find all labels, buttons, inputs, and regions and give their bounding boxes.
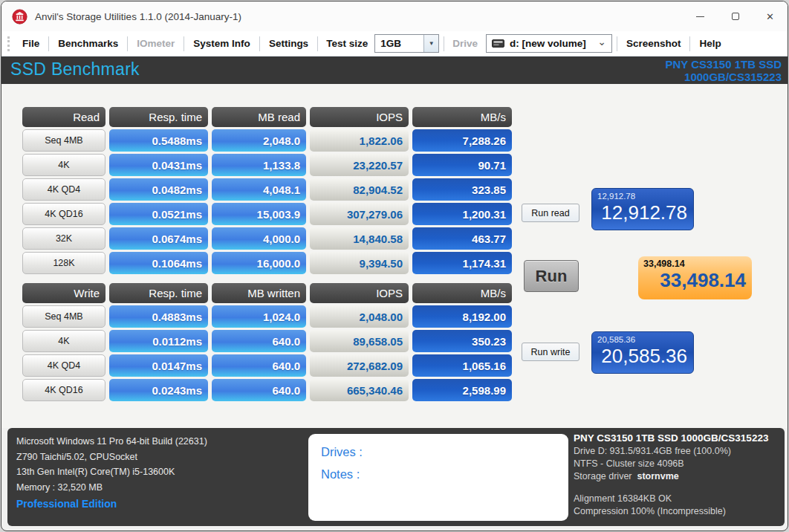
resp-time-cell: 0.0431ms xyxy=(109,154,208,176)
run-button[interactable]: Run xyxy=(524,260,579,292)
mbs-cell: 463.77 xyxy=(412,227,512,250)
menu-help[interactable]: Help xyxy=(692,38,728,49)
mbs-cell: 90.71 xyxy=(412,154,512,176)
run-write-button[interactable]: Run write xyxy=(522,343,579,361)
menu-separator xyxy=(617,36,617,51)
close-button[interactable]: ✕ xyxy=(753,1,788,31)
motherboard-info: Z790 Taichi/5.02, CPUSocket xyxy=(16,450,207,465)
table-row: 4K QD4 0.0147ms 640.0 272,682.09 1,065.1… xyxy=(22,354,512,377)
iops-header: IOPS xyxy=(310,283,409,303)
test-size-select[interactable]: 1GB ▼ xyxy=(374,34,439,53)
iops-cell: 1,822.06 xyxy=(310,129,409,152)
drive-label: Drive xyxy=(446,38,484,49)
menu-file[interactable]: File xyxy=(15,38,47,49)
device-name: PNY CS3150 1TB SSD 1000GB/CS315223 xyxy=(666,56,788,84)
total-score-value: 33,498.14 xyxy=(643,269,746,291)
run-read-button[interactable]: Run read xyxy=(522,204,579,222)
table-row: 4K QD4 0.0482ms 4,048.1 82,904.52 323.85 xyxy=(22,178,512,201)
read-score-value: 12,912.78 xyxy=(597,201,687,224)
toolbar-grip-handle[interactable] xyxy=(7,36,10,51)
maximize-button[interactable] xyxy=(718,1,753,31)
menu-bar: File Benchmarks IOmeter System Info Sett… xyxy=(1,31,788,56)
minimize-button[interactable] xyxy=(683,1,718,31)
row-label: 128K xyxy=(22,252,105,274)
menu-separator xyxy=(184,36,184,51)
edition-label: Professional Edition xyxy=(16,498,117,510)
benchmark-header: SSD Benchmark PNY CS3150 1TB SSD 1000GB/… xyxy=(1,56,788,84)
system-info-block: Microsoft Windows 11 Pro 64-bit Build (2… xyxy=(16,434,207,495)
read-score-small: 12,912.78 xyxy=(597,192,687,201)
iops-cell: 272,682.09 xyxy=(310,354,409,377)
device-line2: 1000GB/CS315223 xyxy=(666,71,782,83)
page-title: SSD Benchmark xyxy=(1,56,140,84)
resp-time-cell: 0.0674ms xyxy=(109,227,208,250)
test-size-dropdown-button[interactable]: ▼ xyxy=(423,35,438,52)
mbs-cell: 1,200.31 xyxy=(412,203,512,225)
row-label: Seq 4MB xyxy=(22,129,105,152)
resp-time-header: Resp. time xyxy=(109,107,208,127)
footer-panel: Microsoft Windows 11 Pro 64-bit Build (2… xyxy=(7,428,785,526)
row-label: Seq 4MB xyxy=(22,305,105,328)
menu-settings[interactable]: Settings xyxy=(262,38,316,49)
mb-written-cell: 640.0 xyxy=(212,354,306,377)
memory-info: Memory : 32,520 MB xyxy=(16,480,207,496)
drive-select[interactable]: d: [new volume] ⌄ xyxy=(486,34,612,53)
menu-separator xyxy=(444,36,444,51)
read-table: Read Resp. time MB read IOPS MB/s Seq 4M… xyxy=(22,107,512,276)
iops-cell: 9,394.50 xyxy=(310,252,409,274)
drives-notes-box[interactable]: Drives : Notes : xyxy=(308,434,568,521)
write-score-value: 20,585.36 xyxy=(597,345,687,367)
maximize-icon xyxy=(732,13,739,20)
spacer xyxy=(574,483,783,493)
mb-written-cell: 640.0 xyxy=(212,379,306,401)
mbs-cell: 323.85 xyxy=(412,178,512,201)
chevron-down-icon: ⌄ xyxy=(597,38,606,45)
close-icon: ✕ xyxy=(766,12,774,22)
resp-time-cell: 0.1064ms xyxy=(109,252,208,274)
menu-benchmarks[interactable]: Benchmarks xyxy=(51,38,126,49)
notes-label: Notes : xyxy=(321,463,568,485)
os-info: Microsoft Windows 11 Pro 64-bit Build (2… xyxy=(16,434,207,450)
menu-separator xyxy=(48,36,49,51)
resp-time-cell: 0.4883ms xyxy=(109,305,208,328)
mbs-cell: 8,192.00 xyxy=(412,305,512,328)
write-score-small: 20,585.36 xyxy=(597,335,687,345)
resp-time-header: Resp. time xyxy=(109,283,208,303)
menu-system-info[interactable]: System Info xyxy=(186,38,258,49)
write-score-box: 20,585.36 20,585.36 xyxy=(591,331,694,374)
resp-time-cell: 0.0521ms xyxy=(109,203,208,225)
mbs-cell: 1,174.31 xyxy=(412,252,512,274)
row-label: 4K QD4 xyxy=(22,354,105,377)
menu-separator xyxy=(127,36,128,51)
menu-screenshot[interactable]: Screenshot xyxy=(619,38,689,49)
resp-time-cell: 0.0112ms xyxy=(109,330,208,352)
app-icon xyxy=(12,9,27,25)
mbs-header: MB/s xyxy=(412,107,512,127)
menu-separator xyxy=(259,36,260,51)
app-window: Anvil's Storage Utilities 1.1.0 (2014-Ja… xyxy=(1,1,788,531)
storage-driver-line: Storage driver stornvme xyxy=(574,470,783,483)
row-label: 32K xyxy=(22,227,105,250)
menu-separator xyxy=(317,36,318,51)
test-size-value: 1GB xyxy=(375,38,401,49)
row-label: 4K QD4 xyxy=(22,178,105,201)
total-score-small: 33,498.14 xyxy=(643,259,746,269)
drive-filesystem: NTFS - Cluster size 4096B xyxy=(574,458,783,470)
menu-iometer: IOmeter xyxy=(129,38,182,49)
iops-header: IOPS xyxy=(310,107,409,127)
row-label: 4K xyxy=(22,154,105,176)
table-row: 32K 0.0674ms 4,000.0 14,840.58 463.77 xyxy=(22,227,512,250)
menu-separator xyxy=(689,36,690,51)
mb-read-cell: 4,048.1 xyxy=(212,178,306,201)
iops-cell: 307,279.06 xyxy=(310,203,409,225)
mbs-cell: 1,065.16 xyxy=(412,354,512,377)
table-row: 4K 0.0112ms 640.0 89,658.05 350.23 xyxy=(22,330,512,352)
cpu-info: 13th Gen Intel(R) Core(TM) i5-13600K xyxy=(16,464,207,480)
storage-driver-label: Storage driver xyxy=(574,471,632,481)
total-score-box: 33,498.14 33,498.14 xyxy=(638,256,752,299)
iops-cell: 14,840.58 xyxy=(310,227,409,250)
storage-driver-value: stornvme xyxy=(637,471,678,481)
iops-cell: 665,340.46 xyxy=(310,379,409,401)
main-area: Read Resp. time MB read IOPS MB/s Seq 4M… xyxy=(1,84,788,428)
mb-read-cell: 1,133.8 xyxy=(212,154,306,176)
